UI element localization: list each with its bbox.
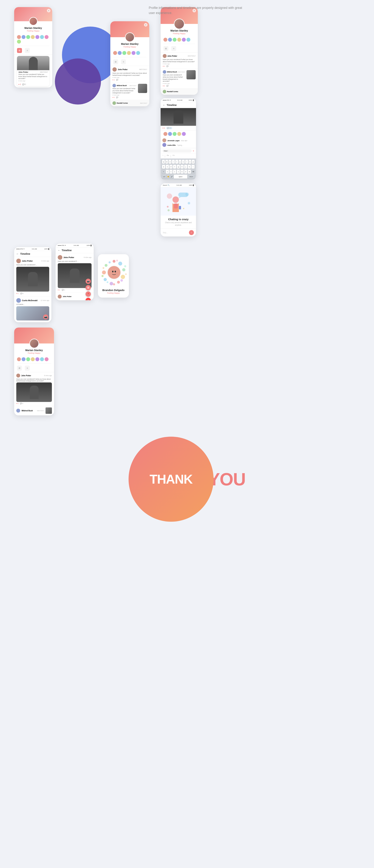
key-v[interactable]: v <box>177 170 180 174</box>
key-return[interactable]: return <box>188 175 195 179</box>
deco-purple-circle <box>55 58 101 104</box>
profile-card-2: × Marian Stanley Feeling Happy ⊞ <box>110 21 149 106</box>
chat-av-4 <box>177 132 181 136</box>
svg-point-17 <box>110 282 113 285</box>
follower-2-1 <box>113 51 117 55</box>
key-g[interactable]: g <box>177 165 180 168</box>
tab-grid[interactable]: ⊞ <box>17 48 22 53</box>
avatar-image-1 <box>30 18 37 25</box>
key-k[interactable]: k <box>188 165 191 168</box>
like-btn-2[interactable]: ♥ 4 <box>113 79 115 81</box>
mildred-like-2[interactable]: ♥ 5 <box>113 97 115 98</box>
brandon-dots-container <box>101 259 127 286</box>
send-plus-icon[interactable]: + <box>193 149 194 153</box>
key-p[interactable]: p <box>192 160 195 164</box>
suggest-2[interactable]: the <box>167 154 169 158</box>
p3-mildred-row: Mildred Bush 08/27/2017 <box>14 406 54 415</box>
key-f[interactable]: f <box>173 165 176 168</box>
key-e[interactable]: e <box>168 160 172 164</box>
key-delete[interactable]: ⌫ <box>191 170 195 174</box>
key-u[interactable]: u <box>182 160 185 164</box>
key-d[interactable]: d <box>169 165 173 168</box>
svg-point-4 <box>173 196 179 203</box>
tab-grid-2[interactable]: ⊞ <box>113 59 118 64</box>
float-image-btn[interactable]: 🖼 <box>86 285 91 290</box>
tl1-comment[interactable]: 💬 0 <box>20 292 24 294</box>
tl2-comment[interactable]: 💬 0 <box>62 289 65 291</box>
tab-list[interactable]: ≡ <box>25 48 30 53</box>
key-c[interactable]: c <box>173 170 176 174</box>
svg-point-11 <box>167 209 169 211</box>
key-x[interactable]: x <box>169 170 173 174</box>
like-button-1[interactable]: ♥ 6 <box>19 84 21 85</box>
description-text: Profile informations and timelines are p… <box>149 5 248 16</box>
wifi-icon: 100% <box>189 99 192 101</box>
comment-btn-2[interactable]: 💬 <box>116 79 118 81</box>
randall-header-2: Randall Cortez 08/27/2017 <box>113 101 147 105</box>
onboarding-next-button[interactable]: › <box>189 230 194 235</box>
p3-comment[interactable]: 💬 0 <box>20 403 23 404</box>
close-button-1[interactable]: × <box>47 9 51 12</box>
suggest-3[interactable]: I'm <box>173 154 175 158</box>
large-mildred-like[interactable]: ♥ 6 <box>163 85 165 87</box>
key-123[interactable]: 123 <box>162 175 166 179</box>
tl1-john-time: 8 mins ago <box>41 260 49 262</box>
back-arrow-chat[interactable]: ← <box>163 104 165 106</box>
tl2-back[interactable]: ← <box>58 249 60 252</box>
key-emoji[interactable]: 😊 <box>167 175 169 179</box>
chat-like[interactable]: ♥ 8 <box>162 127 165 129</box>
key-i[interactable]: i <box>185 160 188 164</box>
mildred-comment-2[interactable]: 💬 <box>116 97 118 98</box>
key-q[interactable]: q <box>162 160 165 164</box>
msg-1-name: Jeremiah Logan <box>167 140 180 142</box>
key-l[interactable]: l <box>191 165 195 168</box>
svg-point-16 <box>117 281 120 284</box>
key-h[interactable]: h <box>181 165 184 168</box>
onboarding-subtitle: Chat to any person anywhere and anytime. <box>161 221 196 228</box>
key-m[interactable]: m <box>188 170 191 174</box>
float-camera-btn[interactable]: 📷 <box>86 279 91 284</box>
tl1-back[interactable]: ← <box>16 252 19 255</box>
svg-point-20 <box>105 264 107 267</box>
tl2-like[interactable]: ♥ 6 <box>58 289 60 291</box>
timeline-1-statusbar: ●●●● ATM ✦ 9:41 AM 100% ▓ <box>14 247 51 251</box>
tab-list-3[interactable]: ≡ <box>25 366 30 371</box>
svg-marker-3 <box>178 197 181 198</box>
key-n[interactable]: n <box>184 170 187 174</box>
float-close-btn[interactable]: × <box>86 298 91 300</box>
key-r[interactable]: r <box>172 160 175 164</box>
key-z[interactable]: z <box>166 170 169 174</box>
follower-avatar-7 <box>44 35 49 39</box>
tl1-like[interactable]: ♥ 6 <box>16 292 19 294</box>
float-location-btn[interactable]: 📍 <box>86 291 91 297</box>
key-shift[interactable]: ⇧ <box>162 170 165 174</box>
tab-list-2[interactable]: ≡ <box>121 59 126 64</box>
tab-grid-3[interactable]: ⊞ <box>17 366 22 371</box>
camera-overlay[interactable]: 📷 <box>43 314 48 319</box>
onboarding-input[interactable]: Skip... <box>163 232 188 234</box>
large-comment-btn[interactable]: 💬 <box>166 65 168 67</box>
msg-2-text: Typing... <box>177 144 183 146</box>
comment-button-1[interactable]: 💬 0 <box>22 84 26 85</box>
svg-point-33 <box>115 271 116 273</box>
suggest-1[interactable]: I <box>163 154 163 158</box>
key-space[interactable]: space <box>174 175 187 179</box>
key-b[interactable]: b <box>181 170 184 174</box>
key-mic[interactable]: 🎤 <box>170 175 173 179</box>
key-y[interactable]: y <box>179 160 182 164</box>
large-mildred-comment[interactable]: 💬 <box>166 85 168 87</box>
chat-input[interactable]: How I <box>162 149 192 153</box>
large-tab-list[interactable]: ≡ <box>171 46 176 51</box>
key-o[interactable]: o <box>189 160 191 164</box>
p3-like[interactable]: ♥ 6 <box>16 403 19 404</box>
large-tab-grid[interactable]: ⊞ <box>163 46 168 51</box>
key-t[interactable]: t <box>175 160 178 164</box>
onboarding-title: Chating is crazy <box>161 216 196 221</box>
key-a[interactable]: a <box>162 165 165 168</box>
key-s[interactable]: s <box>166 165 169 168</box>
key-j[interactable]: j <box>184 165 187 168</box>
close-button-2[interactable]: × <box>144 23 148 27</box>
key-w[interactable]: w <box>165 160 168 164</box>
large-like-btn[interactable]: ♥ 4 <box>163 65 165 67</box>
chat-comment-count[interactable]: 💬 25 <box>166 127 173 129</box>
